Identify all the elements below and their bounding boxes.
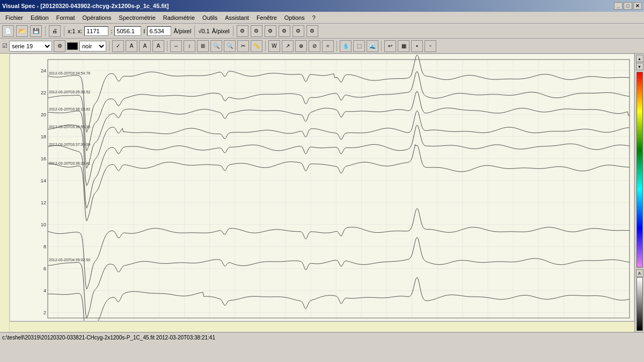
tool-btn-2[interactable]: ⚙ <box>251 25 262 37</box>
chart-container[interactable] <box>10 54 634 321</box>
save-file-button[interactable]: 💾 <box>30 25 42 37</box>
title-text: Visual Spec - [20120320-043902-chcyg-2x1… <box>2 3 169 9</box>
chart-area: ▲ ▼ A <box>0 54 644 332</box>
tb2-btn12[interactable]: 💧 <box>340 40 352 52</box>
minimize-button[interactable]: _ <box>614 2 623 10</box>
tool-btn-6[interactable]: ⚙ <box>306 25 318 37</box>
intensity-input[interactable] <box>147 26 171 36</box>
tb2-btn13[interactable]: ⬚ <box>353 40 365 52</box>
sqrt-unit: Å/pixel <box>212 28 230 34</box>
wavelength-input[interactable] <box>114 26 141 36</box>
menu-help[interactable]: ? <box>309 13 319 22</box>
tb2-btn2[interactable]: A <box>126 40 137 52</box>
sep5 <box>109 41 109 51</box>
tb2-btn11[interactable]: ≈ <box>322 40 334 52</box>
tool-btn-3[interactable]: ⚙ <box>265 25 276 37</box>
coord-sep: : <box>111 28 112 34</box>
color-select[interactable]: noir rouge bleu <box>79 41 106 51</box>
right-panel: ▲ ▼ A <box>634 54 644 332</box>
serie-select[interactable]: serie 19 <box>9 41 52 51</box>
sqrt-label: √0.1 <box>198 28 209 34</box>
y-ruler <box>0 54 10 332</box>
x-coord-label: x: <box>78 28 83 34</box>
rp-btn2[interactable]: ▼ <box>636 63 643 70</box>
tb2-btn4[interactable]: A <box>152 40 164 52</box>
angstrom-label: Å/pixel <box>173 28 191 34</box>
tool-btn-5[interactable]: ⚙ <box>292 25 304 37</box>
tb2-btn6[interactable]: ↕ <box>184 40 195 52</box>
x-ruler <box>10 321 634 332</box>
tb2-btn5[interactable]: ↔ <box>170 40 182 52</box>
sep8 <box>336 41 337 51</box>
tool-btn-1[interactable]: ⚙ <box>237 25 248 37</box>
tb2-btn8[interactable]: ↗ <box>282 40 294 52</box>
check-icon: ☑ <box>2 42 8 49</box>
menu-radiometrie[interactable]: Radiométrie <box>160 13 198 22</box>
maximize-button[interactable]: □ <box>624 2 632 10</box>
zoom-out-btn[interactable]: 🔍 <box>224 40 236 52</box>
tb2-btn15[interactable]: ↩ <box>384 40 396 52</box>
menu-outils[interactable]: Outils <box>199 13 221 22</box>
menu-edition[interactable]: Edition <box>27 13 52 22</box>
sep4 <box>233 26 233 36</box>
serie-settings-btn[interactable]: ⚙ <box>54 40 65 52</box>
menu-assistant[interactable]: Assistant <box>222 13 252 22</box>
new-file-button[interactable]: 📄 <box>2 25 14 37</box>
tb2-btn10[interactable]: ⊘ <box>309 40 320 52</box>
zoom-fit-btn[interactable]: ⊞ <box>197 40 209 52</box>
title-bar-controls[interactable]: _ □ ✕ <box>614 2 642 10</box>
sep7 <box>265 41 266 51</box>
title-bar: Visual Spec - [20120320-043902-chcyg-2x1… <box>0 0 644 12</box>
x-coord-input[interactable] <box>84 26 108 36</box>
menu-format[interactable]: Format <box>53 13 78 22</box>
sep9 <box>381 41 382 51</box>
color-swatch <box>67 42 78 50</box>
menu-fichier[interactable]: Fichier <box>2 13 26 22</box>
menu-options[interactable]: Options <box>281 13 308 22</box>
tb2-btn1[interactable]: ✓ <box>112 40 124 52</box>
tb2-btn3[interactable]: A <box>139 40 151 52</box>
menu-fenetre[interactable]: Fenêtre <box>253 13 280 22</box>
sep6 <box>167 41 167 51</box>
crop-btn[interactable]: ✂ <box>237 40 249 52</box>
toolbar1: 📄 📂 💾 🖨 x:1 x: : I Å/pixel √0.1 Å/pixel … <box>0 24 644 39</box>
close-button[interactable]: ✕ <box>633 2 642 10</box>
tb2-btn17[interactable]: ▪ <box>411 40 423 52</box>
sep2 <box>64 26 64 36</box>
spectra-canvas <box>10 54 634 321</box>
menu-spectrometrie[interactable]: Spectrométrie <box>115 13 158 22</box>
measure-btn[interactable]: 📏 <box>251 40 262 52</box>
menu-bar: Fichier Edition Format Opérations Spectr… <box>0 12 644 24</box>
zoom-label: x:1 <box>68 28 76 34</box>
toolbar2: ☑ serie 19 ⚙ noir rouge bleu ✓ A A A ↔ ↕… <box>0 39 644 54</box>
color-gradient-bar <box>636 72 643 268</box>
tool-btn-4[interactable]: ⚙ <box>279 25 290 37</box>
intensity-label: I <box>143 28 145 34</box>
print-button[interactable]: 🖨 <box>49 25 61 37</box>
rp-btn3[interactable]: A <box>636 269 643 277</box>
menu-operations[interactable]: Opérations <box>79 13 115 22</box>
open-file-button[interactable]: 📂 <box>16 25 28 37</box>
grayscale-bar <box>636 277 643 331</box>
sep3 <box>194 26 195 36</box>
status-bar: c:\teshell\20319\20120320-033821-CHcyg-2… <box>0 332 644 343</box>
tb2-btn14[interactable]: 🌊 <box>367 40 378 52</box>
tb2-btn7[interactable]: W <box>268 40 280 52</box>
status-path: c:\teshell\20319\20120320-033821-CHcyg-2… <box>2 335 215 341</box>
tb2-btn18[interactable]: ▫ <box>425 40 436 52</box>
sep1 <box>45 26 46 36</box>
rp-btn1[interactable]: ▲ <box>636 55 643 62</box>
tb2-btn9[interactable]: ⊕ <box>295 40 307 52</box>
zoom-in-btn[interactable]: 🔍 <box>210 40 222 52</box>
tb2-btn16[interactable]: ▦ <box>398 40 409 52</box>
